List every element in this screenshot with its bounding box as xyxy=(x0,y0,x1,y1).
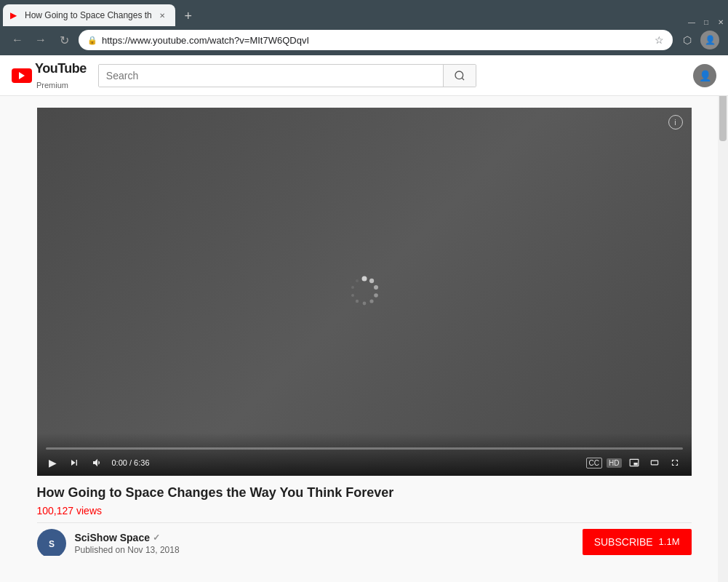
video-player[interactable]: i ▶ xyxy=(37,108,692,476)
svg-point-5 xyxy=(369,300,373,303)
loading-spinner xyxy=(348,274,380,309)
bookmark-icon[interactable]: ☆ xyxy=(655,34,664,46)
profile-avatar-toolbar[interactable]: 👤 xyxy=(700,31,719,49)
svg-point-10 xyxy=(356,279,359,282)
extensions-icon[interactable]: ⬡ xyxy=(679,31,696,49)
refresh-button[interactable]: ↻ xyxy=(55,33,73,47)
hd-button[interactable]: HD xyxy=(607,458,621,468)
youtube-logo-icon xyxy=(12,68,32,83)
svg-point-0 xyxy=(455,71,463,79)
youtube-page: YouTube Premium 👤 xyxy=(0,55,728,556)
subscribe-count: 1.1M xyxy=(659,536,680,547)
minimize-button[interactable]: — xyxy=(687,17,696,26)
channel-avatar-image: S xyxy=(41,533,63,554)
fullscreen-button[interactable] xyxy=(667,456,683,469)
next-button[interactable] xyxy=(65,455,83,470)
spinner-svg xyxy=(348,274,380,306)
svg-point-7 xyxy=(355,300,358,303)
video-container: i ▶ xyxy=(23,108,706,556)
progress-bar[interactable] xyxy=(46,447,683,450)
theater-button[interactable] xyxy=(647,456,663,469)
premium-text: Premium xyxy=(36,81,87,89)
url-text: https://www.youtube.com/watch?v=MIt7W6QD… xyxy=(102,35,650,46)
toolbar-icons: ⬡ 👤 xyxy=(679,31,719,49)
forward-button[interactable]: → xyxy=(32,33,49,47)
video-info: How Going to Space Changes the Way You T… xyxy=(37,476,692,522)
controls-right: CC HD xyxy=(586,456,683,469)
browser-window: ▶ How Going to Space Changes th ✕ + — □ … xyxy=(0,0,728,582)
url-bar[interactable]: 🔒 https://www.youtube.com/watch?v=MIt7W6… xyxy=(79,30,673,50)
tab-favicon: ▶ xyxy=(10,10,20,20)
channel-row: S SciShow Space ✓ Published on Nov 13, 2… xyxy=(37,529,180,556)
channel-avatar[interactable]: S xyxy=(37,529,66,556)
search-input[interactable] xyxy=(99,65,443,87)
logo-text-container: YouTube Premium xyxy=(35,61,87,89)
browser-scrollbar[interactable] xyxy=(718,81,728,582)
subscribe-button[interactable]: SUBSCRIBE 1.1M xyxy=(583,529,692,555)
video-controls: ▶ 0:00 / 6:36 xyxy=(37,433,692,476)
play-triangle-icon xyxy=(19,72,25,79)
close-button[interactable]: ✕ xyxy=(716,17,725,26)
active-tab[interactable]: ▶ How Going to Space Changes th ✕ xyxy=(3,4,175,26)
svg-point-8 xyxy=(351,294,354,297)
svg-point-3 xyxy=(374,285,378,290)
channel-info: SciShow Space ✓ Published on Nov 13, 201… xyxy=(75,532,180,555)
svg-text:S: S xyxy=(48,538,54,549)
search-button[interactable] xyxy=(443,65,476,87)
svg-point-4 xyxy=(374,293,378,298)
search-bar[interactable] xyxy=(98,64,476,87)
miniplayer-button[interactable] xyxy=(626,456,642,469)
youtube-logo[interactable]: YouTube Premium xyxy=(12,61,87,89)
tab-title: How Going to Space Changes th xyxy=(25,10,152,20)
volume-button[interactable] xyxy=(89,455,106,470)
channel-name[interactable]: SciShow Space ✓ xyxy=(75,532,180,543)
time-display: 0:00 / 6:36 xyxy=(112,458,150,467)
video-views: 100,127 views xyxy=(37,505,692,517)
user-avatar[interactable]: 👤 xyxy=(693,64,716,87)
svg-point-6 xyxy=(362,302,366,306)
window-controls: — □ ✕ xyxy=(687,17,725,26)
play-button[interactable]: ▶ xyxy=(46,455,60,470)
address-bar: ← → ↻ 🔒 https://www.youtube.com/watch?v=… xyxy=(0,26,728,55)
verified-icon: ✓ xyxy=(153,533,160,543)
maximize-button[interactable]: □ xyxy=(702,17,711,26)
controls-row: ▶ 0:00 / 6:36 xyxy=(46,455,683,470)
svg-point-9 xyxy=(351,286,354,289)
lock-icon: 🔒 xyxy=(87,36,97,45)
published-date: Published on Nov 13, 2018 xyxy=(75,545,180,555)
svg-point-1 xyxy=(361,276,367,282)
youtube-header: YouTube Premium 👤 xyxy=(0,55,728,96)
header-right: 👤 xyxy=(693,64,716,87)
youtube-text: YouTube xyxy=(35,61,87,76)
info-icon[interactable]: i xyxy=(668,115,683,129)
back-button[interactable]: ← xyxy=(9,33,26,47)
subscribe-label: SUBSCRIBE xyxy=(594,536,653,548)
tab-close-button[interactable]: ✕ xyxy=(156,9,168,21)
svg-point-2 xyxy=(369,279,373,283)
video-title: How Going to Space Changes the Way You T… xyxy=(37,485,692,501)
cc-button[interactable]: CC xyxy=(586,458,602,469)
tab-bar: ▶ How Going to Space Changes th ✕ + — □ … xyxy=(0,0,728,26)
divider xyxy=(37,522,692,523)
new-tab-button[interactable]: + xyxy=(178,6,199,26)
channel-info-row: S SciShow Space ✓ Published on Nov 13, 2… xyxy=(37,529,692,556)
